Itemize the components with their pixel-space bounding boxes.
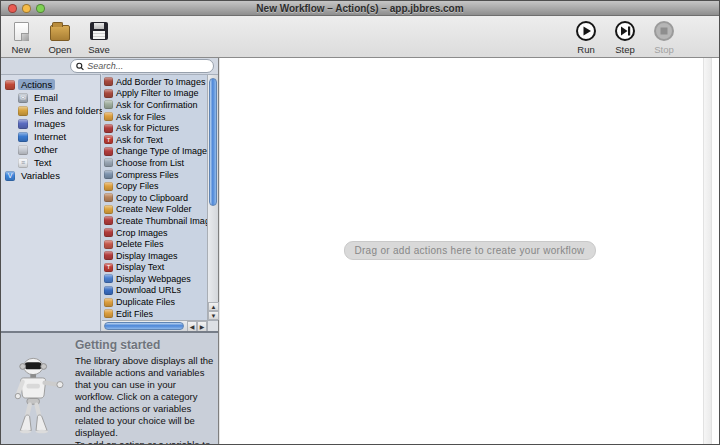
action-item-create-new-folder[interactable]: Create New Folder	[102, 204, 207, 216]
clipboard-action-icon	[104, 193, 113, 202]
image-action-icon	[104, 251, 113, 260]
file-action-icon	[104, 240, 113, 249]
workflow-drop-hint: Drag or add actions here to create your …	[343, 241, 595, 260]
action-item-download-urls[interactable]: Download URLs	[102, 285, 207, 297]
action-item-copy-to-clipboard[interactable]: Copy to Clipboard	[102, 192, 207, 204]
action-item-display-images[interactable]: Display Images	[102, 250, 207, 262]
action-item-label: Ask for Confirmation	[116, 100, 198, 110]
open-button[interactable]: Open	[45, 19, 75, 55]
getting-started-paragraph: The library above displays all the avail…	[75, 355, 214, 439]
image-action-icon	[104, 216, 113, 225]
images-icon	[18, 119, 28, 129]
action-item-compress-files[interactable]: Compress Files	[102, 169, 207, 181]
scroll-down-arrow[interactable]: ▼	[208, 311, 219, 320]
action-item-create-thumbnail-image[interactable]: Create Thumbnail Image	[102, 215, 207, 227]
file-action-icon	[104, 309, 113, 318]
getting-started-paragraph: To add an action or a variable to the wo…	[75, 439, 214, 445]
search-field[interactable]	[70, 59, 214, 73]
action-item-label: Choose from List	[116, 158, 184, 168]
action-item-display-webpages[interactable]: Display Webpages	[102, 273, 207, 285]
action-item-duplicate-files[interactable]: Duplicate Files	[102, 296, 207, 308]
stop-icon	[653, 20, 675, 42]
titlebar: New Workflow – Action(s) – app.jbbres.co…	[1, 1, 719, 16]
workflow-scrollbar-track[interactable]	[703, 58, 712, 444]
action-item-crop-images[interactable]: Crop Images	[102, 227, 207, 239]
variables-icon: V	[5, 171, 15, 181]
scroll-up-arrow[interactable]: ▲	[208, 302, 219, 311]
run-play-icon	[575, 20, 597, 42]
action-item-change-type-of-images[interactable]: Change Type of Images	[102, 146, 207, 158]
action-item-label: Ask for Pictures	[116, 123, 179, 133]
action-item-label: Ask for Text	[116, 135, 163, 145]
horizontal-scroll-thumb[interactable]	[104, 322, 184, 330]
sidebar-item-label: Internet	[31, 131, 69, 142]
open-folder-icon	[50, 25, 70, 41]
sidebar-item-other[interactable]: Other	[1, 143, 100, 156]
traffic-lights	[8, 4, 45, 13]
actions-list-panel: Add Border To ImagesApply Filter to Imag…	[102, 74, 218, 331]
automator-robot-image	[5, 355, 69, 441]
action-item-label: Create New Folder	[116, 204, 192, 214]
action-item-label: Change Type of Images	[116, 146, 207, 156]
sidebar-item-label: Email	[31, 92, 61, 103]
action-item-label: Crop Images	[116, 228, 168, 238]
save-button[interactable]: Save	[84, 19, 114, 55]
sidebar-item-actions[interactable]: Actions	[1, 78, 100, 91]
action-item-label: Copy Files	[116, 181, 159, 191]
run-button[interactable]: Run	[571, 19, 601, 55]
sidebar-item-variables[interactable]: VVariables	[1, 169, 100, 182]
workflow-area[interactable]: Drag or add actions here to create your …	[220, 58, 719, 444]
toolbar: New Open Save Run	[1, 16, 719, 58]
web-action-icon	[104, 286, 113, 295]
action-item-ask-for-pictures[interactable]: Ask for Pictures	[102, 122, 207, 134]
sidebar-item-label: Actions	[18, 79, 55, 90]
action-item-label: Edit Files	[116, 309, 153, 319]
action-item-ask-for-confirmation[interactable]: Ask for Confirmation	[102, 99, 207, 111]
step-button[interactable]: Step	[610, 19, 640, 55]
actions-vertical-scrollbar[interactable]: ▲ ▼	[207, 75, 218, 320]
sidebar-item-label: Text	[31, 157, 54, 168]
sidebar-item-email[interactable]: ✉Email	[1, 91, 100, 104]
step-icon	[614, 20, 636, 42]
sidebar-item-files-and-folders[interactable]: Files and folders	[1, 104, 100, 117]
action-item-edit-files[interactable]: Edit Files	[102, 308, 207, 320]
actions-horizontal-scrollbar[interactable]: ◀ ▶	[102, 320, 207, 331]
action-item-add-border-to-images[interactable]: Add Border To Images	[102, 76, 207, 88]
action-item-choose-from-list[interactable]: Choose from List	[102, 157, 207, 169]
action-item-label: Delete Files	[116, 239, 164, 249]
category-list: Actions✉EmailFiles and foldersImagesInte…	[1, 74, 101, 331]
minimize-window-button[interactable]	[22, 4, 31, 13]
vertical-scroll-thumb[interactable]	[209, 78, 217, 206]
sidebar-item-images[interactable]: Images	[1, 117, 100, 130]
close-window-button[interactable]	[8, 4, 17, 13]
search-row	[1, 58, 218, 74]
text-icon: ≡	[18, 158, 28, 168]
library: Actions✉EmailFiles and foldersImagesInte…	[1, 74, 218, 331]
action-item-copy-files[interactable]: Copy Files	[102, 180, 207, 192]
action-item-label: Duplicate Files	[116, 297, 175, 307]
action-item-apply-filter-to-image[interactable]: Apply Filter to Image	[102, 88, 207, 100]
action-item-display-text[interactable]: TDisplay Text	[102, 262, 207, 274]
sidebar-item-text[interactable]: ≡Text	[1, 156, 100, 169]
sidebar-item-label: Variables	[18, 170, 63, 181]
new-button[interactable]: New	[6, 19, 36, 55]
run-button-label: Run	[577, 44, 594, 55]
getting-started-panel: Getting started The library above displa…	[1, 331, 218, 444]
sidebar-item-internet[interactable]: Internet	[1, 130, 100, 143]
action-item-label: Download URLs	[116, 285, 181, 295]
zoom-window-button[interactable]	[36, 4, 45, 13]
text-action-icon: T	[104, 263, 113, 272]
app-window: New Workflow – Action(s) – app.jbbres.co…	[0, 0, 720, 445]
new-button-label: New	[11, 44, 30, 55]
library-panel: Actions✉EmailFiles and foldersImagesInte…	[1, 58, 219, 444]
action-item-delete-files[interactable]: Delete Files	[102, 238, 207, 250]
action-item-label: Compress Files	[116, 170, 179, 180]
save-button-label: Save	[88, 44, 110, 55]
search-input[interactable]	[87, 61, 208, 71]
action-item-ask-for-text[interactable]: TAsk for Text	[102, 134, 207, 146]
save-floppy-icon	[90, 22, 108, 40]
action-item-ask-for-files[interactable]: Ask for Files	[102, 111, 207, 123]
image-action-icon	[104, 124, 113, 133]
stop-button: Stop	[649, 19, 679, 55]
sidebar-item-label: Files and folders	[31, 105, 107, 116]
